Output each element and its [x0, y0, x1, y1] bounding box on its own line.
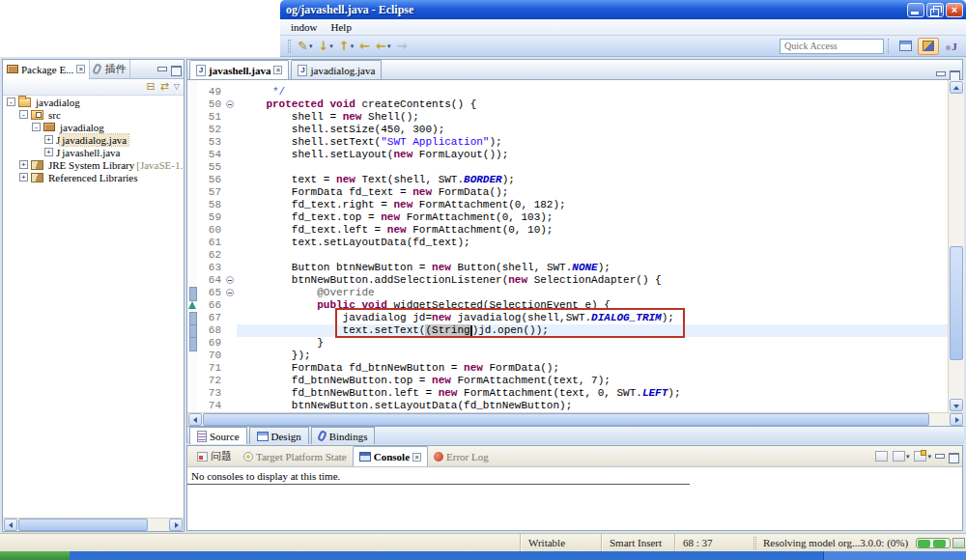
dropdown-arrow-icon[interactable]: ▾ — [309, 42, 313, 50]
code-editor[interactable]: 4950515253545556575859606162636465666768… — [187, 80, 964, 412]
menu-item-indow[interactable]: indow — [284, 20, 325, 34]
maximize-editor-icon[interactable] — [949, 70, 959, 79]
tree-item-javashell-java[interactable]: +Jjavashell.java — [3, 146, 184, 158]
collapse-icon[interactable] — [226, 289, 234, 296]
tab-target-platform-state[interactable]: Target Platform State — [238, 446, 353, 466]
folding-ruler[interactable] — [224, 80, 237, 412]
code-line[interactable]: text.setLayoutData(fd_text); — [237, 237, 948, 249]
editor-tab-javashell-java[interactable]: Jjavashell.java× — [189, 60, 289, 79]
collapse-icon[interactable] — [226, 100, 234, 108]
scroll-thumb[interactable] — [950, 246, 963, 360]
collapse-icon[interactable]: - — [19, 110, 28, 119]
window-title-bar[interactable]: og/javashell.java - Eclipse × — [280, 0, 966, 19]
java-perspective-button[interactable]: J — [941, 38, 962, 55]
code-line[interactable] — [237, 249, 948, 262]
dropdown-arrow-icon[interactable]: ▾ — [351, 42, 355, 50]
range-marker-icon[interactable] — [187, 324, 197, 337]
dropdown-arrow-icon[interactable]: ▾ — [927, 453, 931, 461]
code-line[interactable] — [237, 161, 948, 174]
code-line[interactable]: fd_text.top = new FormAttachment(0, 103)… — [237, 211, 948, 224]
expand-icon[interactable]: + — [19, 160, 28, 169]
code-line[interactable]: fd_text.left = new FormAttachment(0, 10)… — [237, 224, 948, 237]
tree-item-javadialog[interactable]: -javadialog — [3, 121, 184, 133]
next-annotation-icon[interactable]: ↓▾ — [316, 38, 334, 55]
code-text-area[interactable]: */ protected void createContents() { she… — [237, 80, 948, 412]
tab-package-explorer[interactable]: Package E... × — [3, 60, 90, 79]
dropdown-arrow-icon[interactable]: ▾ — [329, 42, 333, 50]
range-marker-icon[interactable] — [187, 312, 197, 324]
toolbar-drag-handle[interactable] — [288, 40, 291, 53]
code-line[interactable]: fd_btnNewButton.top = new FormAttachment… — [237, 375, 948, 387]
code-line[interactable]: fd_btnNewButton.left = new FormAttachmen… — [237, 387, 948, 400]
editor-tab-javadialog-java[interactable]: Jjavadialog.java — [291, 60, 382, 79]
expand-icon[interactable]: + — [44, 135, 53, 144]
tab-console[interactable]: Console× — [353, 446, 428, 466]
progress-view-icon[interactable] — [952, 538, 965, 548]
start-button[interactable] — [0, 551, 70, 560]
expand-icon[interactable]: + — [44, 148, 53, 156]
code-line[interactable]: fd_text.right = new FormAttachment(0, 18… — [237, 199, 948, 211]
display-console-icon[interactable] — [893, 451, 905, 462]
code-line[interactable]: text.setText((String)jd.open()); — [237, 324, 948, 337]
forward-icon[interactable]: → — [395, 38, 410, 55]
code-line[interactable]: text = new Text(shell, SWT.BORDER); — [237, 174, 948, 186]
collapse-icon[interactable] — [226, 276, 234, 284]
window-restore-button[interactable] — [926, 3, 944, 17]
code-line[interactable]: javadialog jd=new javadialog(shell,SWT.D… — [237, 312, 948, 324]
code-line[interactable]: } — [237, 337, 948, 350]
code-line[interactable]: public void widgetSelected(SelectionEven… — [237, 299, 948, 312]
tree-item-javadialog-java[interactable]: +Jjavadialog.java — [3, 133, 184, 146]
menu-item-help[interactable]: Help — [325, 20, 358, 34]
code-line[interactable]: Button btnNewButton = new Button(shell, … — [237, 262, 948, 274]
close-icon[interactable]: × — [412, 453, 421, 462]
scroll-thumb[interactable] — [203, 413, 929, 426]
scroll-left-icon[interactable] — [4, 518, 17, 531]
collapse-icon[interactable]: - — [7, 98, 15, 106]
previous-annotation-icon[interactable]: ↑▾ — [337, 38, 355, 55]
scroll-left-icon[interactable] — [188, 413, 202, 426]
editor-vertical-scrollbar[interactable] — [948, 80, 964, 412]
open-perspective-button[interactable] — [895, 38, 916, 55]
last-edit-location-icon[interactable]: ← — [357, 38, 372, 55]
dropdown-arrow-icon[interactable]: ▾ — [906, 453, 910, 461]
tree-item-javadialog[interactable]: -javadialog — [3, 96, 184, 108]
code-line[interactable]: }); — [237, 350, 948, 362]
tab-bindings[interactable]: Bindings — [311, 427, 376, 444]
tree-item-referenced-libraries[interactable]: +Referenced Libraries — [3, 171, 184, 183]
editor-horizontal-scrollbar[interactable] — [187, 412, 964, 426]
javaee-perspective-button[interactable] — [918, 38, 939, 55]
code-line[interactable]: FormData fd_text = new FormData(); — [237, 186, 948, 199]
close-icon[interactable]: × — [273, 66, 282, 74]
pin-console-icon[interactable] — [875, 451, 888, 462]
open-console-icon[interactable] — [914, 451, 926, 462]
marker-ruler[interactable] — [187, 80, 197, 412]
link-with-editor-icon[interactable]: ⇄ — [160, 80, 169, 94]
scroll-up-icon[interactable] — [950, 81, 963, 94]
tab-design[interactable]: Design — [249, 427, 309, 444]
fold-cell[interactable] — [224, 274, 237, 287]
tree-item-src[interactable]: -src — [3, 108, 184, 121]
windows-taskbar[interactable] — [0, 551, 966, 560]
code-line[interactable]: shell.setLayout(new FormLayout()); — [237, 149, 948, 161]
window-close-button[interactable]: × — [946, 3, 963, 17]
collapse-all-icon[interactable]: ⊟ — [146, 80, 155, 94]
tab-source[interactable]: Source — [189, 427, 247, 444]
code-line[interactable]: shell.setSize(450, 300); — [237, 124, 948, 136]
scroll-down-icon[interactable] — [950, 399, 963, 411]
code-line[interactable]: */ — [237, 86, 948, 98]
range-marker-icon[interactable] — [187, 287, 197, 299]
code-line[interactable]: protected void createContents() { — [237, 98, 948, 111]
view-menu-icon[interactable]: ▽ — [174, 80, 180, 94]
minimize-view-icon[interactable] — [156, 65, 167, 74]
code-line[interactable]: shell = new Shell(); — [237, 111, 948, 124]
scroll-right-icon[interactable] — [950, 413, 963, 426]
fold-cell[interactable] — [224, 287, 237, 299]
minimize-editor-icon[interactable] — [935, 70, 946, 79]
maximize-console-icon[interactable] — [948, 452, 958, 462]
explorer-horizontal-scrollbar[interactable] — [3, 518, 184, 531]
range-marker-icon[interactable] — [187, 337, 197, 350]
code-line[interactable]: @Override — [237, 287, 948, 299]
tab-plugin[interactable]: 插件 — [90, 60, 130, 79]
tab-error-log[interactable]: Error Log — [428, 446, 495, 466]
tree-item-jre-system-library[interactable]: +JRE System Library [JavaSE-1. — [3, 158, 184, 171]
